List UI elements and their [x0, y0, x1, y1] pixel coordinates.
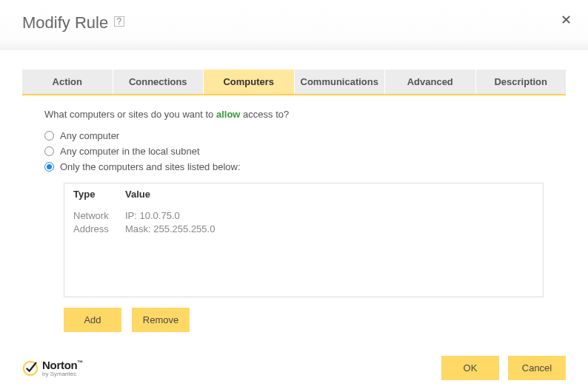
radio-icon: [44, 131, 54, 141]
dialog-header: Modify Rule ? ✕: [0, 0, 588, 50]
radio-local-subnet[interactable]: Any computer in the local subnet: [44, 146, 544, 157]
tab-content: What computers or sites do you want to a…: [0, 95, 588, 332]
radio-label: Only the computers and sites listed belo…: [60, 161, 241, 172]
cancel-button[interactable]: Cancel: [508, 356, 566, 380]
cell-type-line1: Network: [73, 209, 125, 223]
brand-name: Norton™: [42, 359, 83, 371]
radio-label: Any computer in the local subnet: [60, 146, 200, 157]
tab-advanced[interactable]: Advanced: [385, 70, 476, 94]
brand-byline: by Symantec: [42, 371, 83, 377]
remove-button[interactable]: Remove: [132, 308, 190, 332]
brand-logo: Norton™ by Symantec: [22, 359, 83, 377]
close-icon[interactable]: ✕: [558, 10, 575, 30]
cell-value-line2: Mask: 255.255.255.0: [125, 223, 534, 236]
radio-any-computer[interactable]: Any computer: [44, 130, 544, 141]
col-header-type: Type: [73, 189, 125, 200]
ok-button[interactable]: OK: [441, 356, 499, 380]
brand-text: Norton™ by Symantec: [42, 359, 83, 377]
dialog-footer: Norton™ by Symantec OK Cancel: [0, 347, 588, 392]
prompt-pre: What computers or sites do you want to: [44, 109, 216, 120]
radio-label: Any computer: [60, 130, 119, 141]
cell-type-line2: Address: [73, 223, 125, 236]
list-buttons: Add Remove: [64, 308, 544, 332]
cell-value: IP: 10.0.75.0 Mask: 255.255.255.0: [125, 209, 534, 235]
computers-list[interactable]: Type Value Network Address IP: 10.0.75.0…: [64, 183, 544, 297]
help-icon[interactable]: ?: [114, 16, 124, 27]
cell-type: Network Address: [73, 209, 125, 235]
tab-action[interactable]: Action: [22, 70, 113, 94]
col-header-value: Value: [125, 189, 534, 200]
add-button[interactable]: Add: [64, 308, 121, 332]
prompt-allow: allow: [216, 109, 241, 120]
norton-check-icon: [22, 360, 39, 376]
tab-communications[interactable]: Communications: [295, 70, 386, 94]
prompt-text: What computers or sites do you want to a…: [44, 109, 544, 120]
prompt-post: access to?: [240, 109, 289, 120]
list-item[interactable]: Network Address IP: 10.0.75.0 Mask: 255.…: [73, 209, 534, 235]
list-body: Network Address IP: 10.0.75.0 Mask: 255.…: [64, 205, 543, 240]
tab-connections[interactable]: Connections: [113, 70, 204, 94]
tab-computers[interactable]: Computers: [204, 70, 295, 94]
list-header: Type Value: [64, 183, 543, 205]
tabs: Action Connections Computers Communicati…: [22, 70, 566, 95]
tab-description[interactable]: Description: [476, 70, 567, 94]
cell-value-line1: IP: 10.0.75.0: [125, 209, 534, 223]
radio-listed-only[interactable]: Only the computers and sites listed belo…: [44, 161, 544, 172]
radio-icon: [44, 162, 54, 172]
footer-buttons: OK Cancel: [441, 356, 566, 380]
radio-icon: [44, 146, 54, 156]
dialog-title: Modify Rule: [22, 13, 108, 33]
